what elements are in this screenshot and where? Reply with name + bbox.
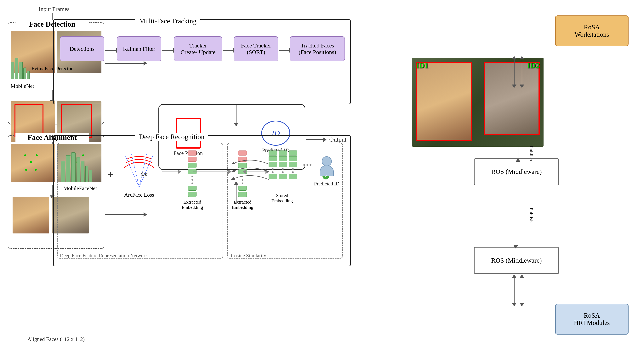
emb-cell — [238, 163, 247, 168]
stored-embedding-label: Stored Embedding — [267, 193, 298, 203]
stored-col-2 — [278, 151, 287, 179]
arrow-down-to-ros-bottom — [514, 245, 518, 248]
arrowhead-up — [234, 181, 238, 185]
emb-cell — [268, 174, 277, 179]
emb-cell — [278, 162, 287, 167]
emb-cell — [289, 174, 297, 179]
emb-cell — [278, 151, 287, 156]
nn-layer — [19, 62, 22, 79]
emb-cell — [188, 186, 196, 191]
emb-dot — [292, 168, 294, 170]
vline — [518, 147, 518, 158]
vline — [522, 59, 522, 85]
rosa-hri: RoSA HRI Modules — [555, 304, 628, 335]
stored-col-1 — [268, 151, 277, 179]
publish-right-vline — [520, 147, 520, 247]
hline — [162, 50, 173, 51]
emb-cell — [289, 151, 297, 156]
arcface-label: ArcFace Loss — [118, 192, 160, 198]
emb-cell — [238, 157, 247, 162]
arrowhead-up — [520, 274, 524, 278]
pipeline-face-tracker: Face Tracker (SORT) — [234, 36, 278, 61]
nn-layer — [66, 155, 70, 182]
diagram: Input Frames Face Detection RetinaFace D… — [0, 0, 644, 350]
emb-cell — [268, 162, 277, 167]
ros-middleware-bottom: ROS (Middleware) — [474, 247, 559, 274]
ros-workstation-arrow2 — [512, 56, 516, 88]
emb-dot — [292, 171, 294, 173]
cs-label: Cosine Similarity — [231, 253, 266, 259]
double-arrow-inner — [243, 170, 269, 174]
emb-dot — [282, 171, 284, 173]
emb-cell — [238, 151, 247, 156]
plus-sign: + — [107, 168, 114, 181]
vline — [52, 90, 52, 100]
emb-cell — [188, 163, 196, 168]
ros-middleware-top: ROS (Middleware) — [474, 158, 559, 185]
cam-rect-2 — [484, 62, 540, 135]
cam-face-2 — [484, 62, 540, 135]
nn-layer — [15, 58, 18, 79]
emb-cell — [238, 192, 247, 197]
extracted-embedding-label-1: Extracted Embedding — [182, 199, 203, 210]
vline — [522, 278, 522, 303]
emb-cell — [188, 192, 196, 197]
cam-id2: ID2 — [527, 61, 540, 70]
cam-rect-1 — [416, 62, 472, 141]
arrowhead-down — [512, 303, 516, 306]
face-align-1 — [11, 144, 55, 182]
landmark — [35, 169, 37, 171]
nn-layer — [61, 161, 65, 182]
nn-layer — [86, 166, 88, 182]
arrow-dfr-to-output — [234, 181, 238, 204]
nn-layer — [24, 68, 26, 79]
nn-layer — [76, 157, 80, 182]
double-arrow-line — [246, 172, 266, 172]
svg-line-3 — [132, 153, 139, 187]
arrowhead-up — [520, 56, 524, 59]
landmark — [30, 161, 32, 163]
dfr-arrow-2 — [193, 170, 232, 174]
extracted-embedding-1: Extracted Embedding — [182, 151, 203, 210]
emb-cell — [278, 156, 287, 161]
nn-layer — [71, 153, 76, 182]
cam-face-1 — [416, 62, 472, 141]
dot — [306, 164, 308, 166]
aligned-face-1 — [12, 197, 49, 233]
stored-col-3 — [289, 151, 297, 179]
emb-dot — [242, 175, 243, 177]
nn-layer — [89, 170, 92, 182]
landmark — [25, 169, 27, 171]
svg-line-4 — [139, 153, 147, 187]
vline — [52, 185, 52, 195]
arrowhead-down — [512, 85, 516, 88]
arcface-area: θ/m ArcFace Loss — [118, 149, 160, 198]
emb-dot — [242, 182, 243, 184]
nn-layer — [11, 62, 14, 79]
stored-dots — [303, 164, 312, 166]
cam-id1: ID1 — [416, 61, 428, 70]
stored-embedding-area — [268, 151, 297, 179]
arrowhead-up — [512, 274, 516, 278]
publish-bottom-label: Publish — [528, 208, 534, 223]
arrow-to-dfr — [105, 212, 147, 217]
arrowhead — [144, 212, 147, 217]
emb-dot — [282, 168, 284, 170]
ros-hri-arrow — [520, 274, 524, 306]
dot — [303, 164, 305, 166]
emb-dot — [192, 179, 193, 180]
emb-cell — [188, 151, 196, 156]
pipeline-detections: Detections — [60, 36, 104, 61]
hline — [105, 214, 144, 215]
hline — [222, 50, 233, 51]
predicted-id-person: ✓ Predicted ID — [314, 156, 340, 187]
arrowhead — [228, 170, 232, 174]
emb-dot — [272, 171, 274, 173]
double-arrow — [243, 170, 269, 174]
nn-layer — [27, 71, 30, 79]
arrow-left-head — [243, 170, 246, 174]
nn-layer — [81, 161, 84, 182]
hline — [105, 50, 116, 51]
person-icon — [314, 156, 340, 176]
arrowhead — [178, 170, 181, 174]
